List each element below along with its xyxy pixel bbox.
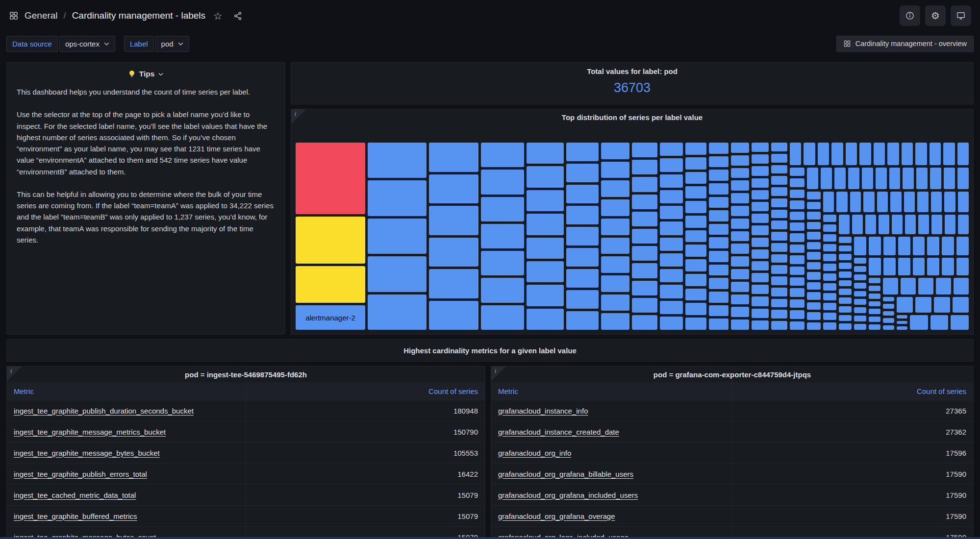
treemap-block[interactable]	[481, 251, 524, 275]
treemap-block[interactable]	[943, 143, 955, 165]
treemap-block[interactable]	[527, 143, 564, 164]
treemap-block[interactable]	[839, 237, 852, 243]
treemap-block[interactable]	[951, 315, 969, 330]
treemap-block[interactable]	[771, 165, 787, 174]
treemap-block[interactable]	[869, 317, 880, 322]
treemap-block[interactable]	[771, 288, 787, 296]
treemap-block[interactable]	[632, 281, 657, 295]
treemap-block[interactable]	[854, 299, 866, 305]
treemap-block[interactable]	[954, 278, 969, 294]
treemap-block[interactable]	[790, 267, 804, 275]
treemap-block[interactable]	[632, 160, 657, 174]
treemap-block[interactable]	[771, 299, 787, 308]
treemap-block[interactable]	[831, 143, 843, 165]
treemap-block[interactable]	[839, 297, 852, 304]
treemap-block[interactable]	[527, 166, 564, 187]
treemap-block[interactable]	[601, 162, 629, 178]
treemap-block-labeled[interactable]: alertmanager-2	[296, 305, 365, 330]
treemap-block[interactable]	[930, 168, 941, 189]
treemap-block[interactable]	[771, 243, 787, 252]
treemap-block[interactable]	[660, 143, 683, 156]
treemap-block[interactable]	[790, 143, 801, 165]
treemap-block[interactable]	[752, 154, 769, 164]
treemap-block[interactable]	[854, 291, 866, 297]
treemap-block[interactable]	[931, 215, 942, 234]
treemap-block[interactable]	[917, 192, 928, 212]
treemap-block[interactable]	[942, 237, 954, 255]
treemap-block[interactable]	[876, 168, 887, 189]
treemap-block[interactable]	[731, 155, 749, 166]
treemap-block[interactable]	[752, 178, 769, 188]
treemap-block[interactable]	[904, 192, 915, 212]
treemap-block[interactable]	[958, 192, 969, 212]
treemap-block[interactable]	[632, 315, 657, 330]
treemap-block[interactable]	[660, 317, 683, 330]
treemap-block[interactable]	[731, 307, 749, 317]
treemap-block[interactable]	[632, 298, 657, 313]
treemap-block[interactable]	[863, 192, 874, 212]
treemap-block[interactable]	[790, 222, 804, 231]
treemap-block[interactable]	[709, 156, 729, 168]
treemap-block[interactable]	[601, 275, 629, 292]
treemap-block[interactable]	[854, 307, 866, 313]
treemap-block[interactable]	[685, 259, 706, 271]
treemap-block[interactable]	[821, 168, 832, 189]
treemap-block[interactable]	[601, 313, 629, 330]
treemap-block[interactable]	[957, 143, 969, 165]
treemap-block[interactable]	[771, 310, 787, 318]
treemap-block[interactable]	[632, 263, 657, 278]
treemap-block[interactable]	[944, 192, 955, 212]
treemap-block[interactable]	[879, 215, 889, 234]
treemap-block[interactable]	[685, 274, 706, 286]
treemap-block[interactable]	[790, 168, 804, 176]
treemap-block[interactable]	[807, 202, 821, 210]
treemap-block[interactable]	[601, 294, 629, 311]
dashboards-grid-icon[interactable]	[9, 11, 19, 21]
metric-link[interactable]: ingest_tee_graphite_publish_duration_sec…	[14, 407, 194, 415]
treemap-block[interactable]	[790, 233, 804, 242]
tv-mode-button[interactable]	[951, 5, 971, 26]
treemap-block[interactable]	[854, 324, 866, 330]
treemap-block[interactable]	[566, 311, 599, 330]
treemap-block[interactable]	[850, 192, 861, 212]
treemap-block[interactable]	[752, 309, 769, 318]
treemap-block[interactable]	[790, 190, 804, 198]
treemap-block[interactable]	[709, 318, 729, 330]
treemap-block[interactable]	[915, 143, 927, 165]
label-select[interactable]: pod	[155, 36, 189, 52]
treemap-block[interactable]	[869, 309, 880, 314]
treemap-block[interactable]	[839, 315, 852, 321]
star-icon[interactable]: ☆	[213, 11, 223, 21]
treemap-block[interactable]	[807, 302, 821, 310]
treemap-block[interactable]	[752, 225, 769, 235]
panel-info-corner[interactable]	[7, 367, 22, 381]
treemap-block[interactable]	[883, 325, 894, 330]
treemap-block[interactable]	[771, 265, 787, 274]
metric-link[interactable]: grafanacloud_org_info	[498, 449, 571, 457]
treemap-block[interactable]	[296, 143, 365, 214]
datasource-select[interactable]: ops-cortex	[59, 36, 115, 52]
treemap-block[interactable]	[823, 303, 836, 310]
treemap-block[interactable]	[685, 230, 706, 243]
treemap-block[interactable]	[771, 198, 787, 207]
treemap-block[interactable]	[368, 256, 427, 292]
panel-info-corner[interactable]	[491, 367, 506, 381]
treemap-block[interactable]	[823, 234, 836, 242]
treemap-block[interactable]	[731, 193, 749, 203]
treemap-block[interactable]	[752, 261, 769, 270]
treemap-block[interactable]	[429, 269, 478, 298]
treemap-block[interactable]	[601, 180, 629, 197]
treemap-block[interactable]	[859, 143, 871, 165]
treemap-block[interactable]	[916, 168, 928, 189]
treemap-block[interactable]	[839, 245, 852, 252]
treemap-block[interactable]	[862, 168, 873, 189]
treemap-block[interactable]	[883, 304, 894, 308]
treemap-block[interactable]	[790, 212, 804, 220]
treemap-block[interactable]	[731, 269, 749, 279]
treemap-block[interactable]	[660, 253, 683, 267]
treemap-block[interactable]	[839, 289, 852, 295]
treemap-block[interactable]	[945, 215, 955, 234]
treemap-block[interactable]	[848, 168, 859, 189]
column-header-metric[interactable]: Metric	[491, 382, 732, 400]
treemap-block[interactable]	[889, 168, 901, 189]
